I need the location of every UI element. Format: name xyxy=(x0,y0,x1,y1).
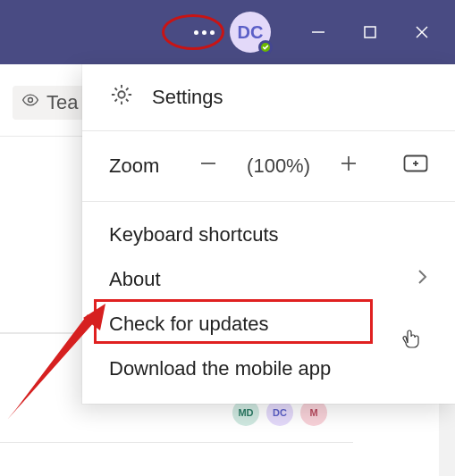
settings-menu-item[interactable]: Settings xyxy=(82,64,455,130)
minimize-button[interactable] xyxy=(292,11,344,54)
settings-menu: Settings Zoom (100%) Keyboard shortcuts … xyxy=(82,64,455,404)
menu-item-label: About xyxy=(109,268,161,291)
about-item[interactable]: About xyxy=(82,257,455,302)
avatar[interactable]: DC xyxy=(230,12,271,53)
menu-item-label: Keyboard shortcuts xyxy=(109,223,279,246)
zoom-label: Zoom xyxy=(109,154,191,178)
eye-icon xyxy=(21,91,39,114)
fullscreen-button[interactable] xyxy=(403,154,428,178)
team-tab-label: Tea xyxy=(46,91,78,114)
svg-point-4 xyxy=(29,98,33,103)
chevron-right-icon xyxy=(416,267,428,292)
avatar-initials: DC xyxy=(238,22,264,43)
settings-label: Settings xyxy=(152,86,223,109)
titlebar: DC xyxy=(0,0,455,64)
svg-point-5 xyxy=(118,91,124,97)
zoom-in-button[interactable] xyxy=(339,154,358,179)
svg-rect-1 xyxy=(365,27,375,38)
more-options-button[interactable] xyxy=(183,12,224,53)
presence-available-icon xyxy=(258,40,273,54)
close-button[interactable] xyxy=(396,11,448,54)
zoom-control-row: Zoom (100%) xyxy=(82,131,455,201)
zoom-out-button[interactable] xyxy=(198,154,218,179)
zoom-percent: (100%) xyxy=(247,154,310,178)
keyboard-shortcuts-item[interactable]: Keyboard shortcuts xyxy=(82,213,455,257)
download-mobile-app-item[interactable]: Download the mobile app xyxy=(82,347,455,391)
more-icon xyxy=(194,30,215,35)
menu-item-label: Check for updates xyxy=(109,313,269,336)
team-tab-partial[interactable]: Tea xyxy=(13,86,87,120)
gear-icon xyxy=(109,82,134,113)
check-for-updates-item[interactable]: Check for updates xyxy=(82,302,455,347)
maximize-button[interactable] xyxy=(344,11,396,54)
menu-item-label: Download the mobile app xyxy=(109,357,331,380)
